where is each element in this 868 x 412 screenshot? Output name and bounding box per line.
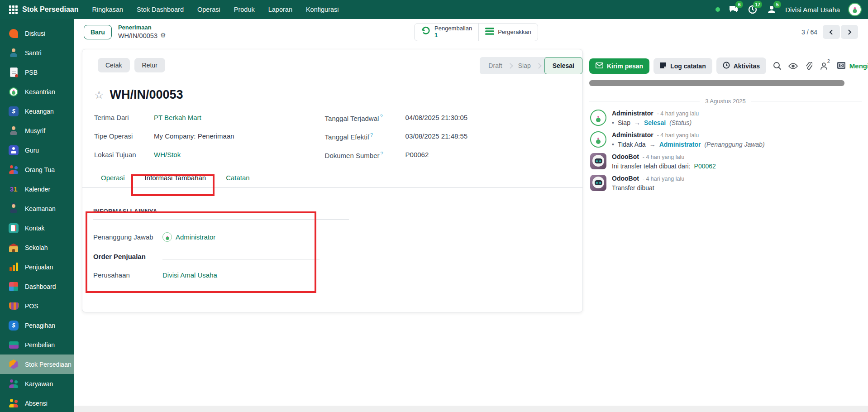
search-messages-icon[interactable] (773, 60, 782, 72)
status-separator-icon (536, 63, 542, 69)
sidebar-item-orang-tua[interactable]: Orang Tua (0, 160, 74, 179)
tracking-new-value[interactable]: Administrator (659, 141, 701, 148)
log-note-button[interactable]: Log catatan (653, 58, 712, 74)
sidebar-item-penjualan[interactable]: Penjualan (0, 257, 74, 277)
field-label-lokasi-tujuan: Lokasi Tujuan (94, 151, 154, 158)
favorite-star-icon[interactable]: ☆ (94, 89, 104, 101)
activities-button[interactable]: Aktivitas (716, 57, 766, 74)
send-message-button[interactable]: Kirim pesan (589, 58, 649, 74)
menu-ringkasan[interactable]: Ringkasan (92, 6, 124, 13)
field-label-tipe-operasi: Tipe Operasi (94, 132, 154, 140)
menu-stok-dashboard[interactable]: Stok Dashboard (137, 6, 184, 13)
message-author[interactable]: OdooBot (612, 153, 639, 160)
sidebar-item-keuangan[interactable]: $Keuangan (0, 101, 74, 121)
sidebar-item-pos[interactable]: POS (0, 296, 74, 316)
print-button[interactable]: Cetak (98, 58, 130, 72)
sidebar-item-keamanan[interactable]: Keamanan (0, 199, 74, 218)
tab-informasi-tambahan[interactable]: Informasi Tambahan (145, 174, 206, 187)
field-value-tanggal-terjadwal[interactable]: 04/08/2025 21:30:05 (405, 114, 468, 121)
sidebar-item-pembelian[interactable]: Pembelian (0, 335, 74, 355)
avatar[interactable] (590, 131, 606, 148)
tiles-icon (8, 281, 19, 292)
menu-produk[interactable]: Produk (234, 6, 255, 13)
fields-right-column: Tanggal Terjadwal? 04/08/2025 21:30:05 T… (325, 114, 468, 159)
source-document-link[interactable]: P00062 (694, 163, 716, 170)
fields-left-column: Terima Dari PT Berkah Mart Tipe Operasi … (94, 114, 234, 159)
horizontal-scrollbar[interactable] (74, 406, 868, 412)
sidebar-item-absensi[interactable]: Absensi (0, 393, 74, 412)
user-avatar[interactable] (848, 3, 862, 16)
field-value-dokumen-sumber[interactable]: P00062 (405, 151, 468, 158)
odoobot-avatar[interactable] (590, 175, 606, 191)
user-menu[interactable]: Divisi Amal Usaha (785, 6, 840, 14)
date-divider: 3 Agustus 2025 (589, 98, 862, 105)
avatar[interactable] (590, 110, 606, 126)
return-stat-button[interactable]: Pengembalian 1 (415, 24, 478, 41)
pager-next-button[interactable] (841, 25, 858, 39)
box-3d-icon (8, 359, 19, 370)
message-time: - 4 hari yang lalu (657, 132, 699, 139)
stage-badge-baru[interactable]: Baru (84, 25, 112, 39)
app-sidebar: Diskusi Santri PSB Kesantrian $Keuangan … (0, 19, 74, 412)
messages-icon[interactable]: 6 (728, 4, 739, 15)
menu-konfigurasi[interactable]: Konfigurasi (306, 6, 339, 13)
sidebar-item-kontak[interactable]: Kontak (0, 218, 74, 238)
user-presence-icon[interactable]: 5 (766, 4, 777, 15)
sidebar-item-psb[interactable]: PSB (0, 62, 74, 82)
sidebar-item-sekolah[interactable]: Sekolah (0, 238, 74, 257)
bullet-icon: • (612, 119, 614, 126)
paperclip-icon[interactable] (805, 60, 813, 72)
apps-grid-icon[interactable] (9, 5, 18, 14)
field-label-terima-dari: Terima Dari (94, 114, 154, 121)
activities-clock-icon[interactable]: 17 (747, 4, 758, 15)
presence-dot (715, 7, 720, 12)
sidebar-item-santri[interactable]: Santri (0, 43, 74, 62)
tab-operasi[interactable]: Operasi (101, 174, 125, 187)
sidebar-item-penagihan[interactable]: $Penagihan (0, 316, 74, 335)
field-value-terima-dari[interactable]: PT Berkah Mart (154, 114, 234, 121)
sidebar-item-kesantrian[interactable]: Kesantrian (0, 82, 74, 101)
envelope-icon (596, 62, 603, 70)
sale-order-empty-input[interactable] (162, 259, 320, 259)
sidebar-item-guru[interactable]: Guru (0, 140, 74, 160)
followers-icon[interactable]: 2 (820, 60, 828, 72)
tab-catatan[interactable]: Catatan (226, 174, 250, 187)
sidebar-item-karyawan[interactable]: Karyawan (0, 374, 74, 393)
undo-icon (421, 26, 431, 38)
breadcrumb-parent[interactable]: Penerimaan (118, 24, 166, 31)
tracking-field-name: (Penanggung Jawab) (704, 141, 764, 148)
status-step-selesai[interactable]: Selesai (544, 57, 582, 74)
field-label-dokumen-sumber: Dokumen Sumber? (325, 151, 405, 159)
status-step-draft[interactable]: Draft (482, 62, 508, 69)
sidebar-item-dashboard[interactable]: Dashboard (0, 277, 74, 296)
menu-operasi[interactable]: Operasi (197, 6, 220, 13)
pager-previous-button[interactable] (823, 25, 840, 39)
top-navbar: Stok Persediaan Ringkasan Stok Dashboard… (0, 0, 868, 19)
field-value-tipe-operasi[interactable]: My Company: Penerimaan (154, 132, 234, 140)
message-author[interactable]: Administrator (612, 110, 653, 117)
message-author[interactable]: Administrator (612, 131, 653, 139)
help-icon: ? (380, 114, 382, 119)
arrow-right-icon: → (649, 141, 656, 148)
status-step-siap[interactable]: Siap (512, 62, 537, 69)
eye-icon[interactable] (788, 60, 798, 72)
responsible-link[interactable]: Administrator (176, 233, 215, 241)
contact-card-icon (8, 223, 19, 234)
field-value-lokasi-tujuan[interactable]: WH/Stok (154, 151, 234, 158)
app-name[interactable]: Stok Persediaan (22, 5, 79, 14)
moves-stat-button[interactable]: Pergerakkan (478, 24, 538, 41)
sidebar-item-kalender[interactable]: 31Kalender (0, 179, 74, 199)
odoobot-avatar[interactable] (590, 153, 606, 169)
sidebar-item-diskusi[interactable]: Diskusi (0, 24, 74, 43)
message-author[interactable]: OdooBot (612, 175, 639, 182)
tracking-old-value: Tidak Ada (618, 141, 646, 148)
company-link[interactable]: Divisi Amal Usaha (162, 271, 582, 279)
sidebar-item-stok-persediaan[interactable]: Stok Persediaan (0, 355, 74, 374)
follow-button[interactable]: Mengikuti (837, 62, 868, 71)
menu-laporan[interactable]: Laporan (268, 6, 292, 13)
sidebar-item-musyrif[interactable]: Musyrif (0, 121, 74, 140)
gear-icon[interactable]: ⚙ (160, 32, 166, 40)
return-button[interactable]: Retur (134, 58, 165, 72)
tracking-new-value[interactable]: Selesai (644, 119, 666, 126)
field-value-tanggal-efektif[interactable]: 03/08/2025 21:48:55 (405, 132, 468, 140)
